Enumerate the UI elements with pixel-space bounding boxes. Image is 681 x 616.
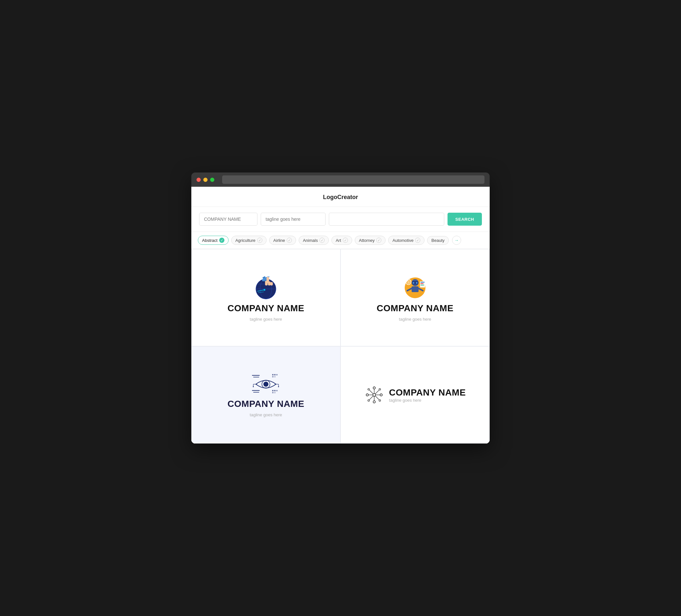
svg-point-28 xyxy=(408,281,409,283)
category-label: Attorney xyxy=(359,238,375,243)
search-bar: SEARCH xyxy=(191,207,490,232)
svg-rect-53 xyxy=(274,392,276,393)
svg-rect-36 xyxy=(272,376,273,377)
logo3-icon xyxy=(251,373,280,395)
category-bar: Abstract ✓ Agriculture ✓ Airline ✓ Anima… xyxy=(191,232,490,249)
svg-line-67 xyxy=(369,390,373,394)
logo3-company-name: COMPANY NAME xyxy=(228,399,304,409)
logo4-company-name: COMPANY NAME xyxy=(389,387,466,398)
svg-rect-35 xyxy=(276,374,278,375)
svg-line-69 xyxy=(369,396,373,400)
category-chip-agriculture[interactable]: Agriculture ✓ xyxy=(231,236,267,245)
svg-rect-12 xyxy=(270,282,273,285)
close-button[interactable] xyxy=(197,178,201,182)
category-label: Animals xyxy=(303,238,318,243)
logo-card-2-inner: COMPANY NAME tagline goes here xyxy=(377,274,454,322)
check-icon: ✓ xyxy=(257,238,262,243)
svg-rect-50 xyxy=(274,390,276,391)
logo-card-3-inner: COMPANY NAME tagline goes here xyxy=(228,373,304,417)
svg-point-59 xyxy=(368,388,369,390)
minimize-button[interactable] xyxy=(203,178,207,182)
logo4-text-group: COMPANY NAME tagline goes here xyxy=(389,387,466,403)
svg-rect-19 xyxy=(412,282,414,283)
app-title: LogoCreator xyxy=(323,194,358,200)
svg-rect-49 xyxy=(272,390,273,391)
svg-rect-37 xyxy=(274,376,276,377)
svg-rect-11 xyxy=(268,281,271,285)
svg-line-68 xyxy=(375,390,379,394)
category-chip-abstract[interactable]: Abstract ✓ xyxy=(198,236,229,245)
logo1-tagline: tagline goes here xyxy=(250,317,282,322)
svg-rect-21 xyxy=(411,286,418,292)
check-icon: ✓ xyxy=(219,238,224,243)
svg-rect-25 xyxy=(421,284,424,285)
browser-titlebar xyxy=(191,173,490,187)
svg-rect-33 xyxy=(272,374,273,375)
company-name-input[interactable] xyxy=(199,213,257,226)
svg-point-57 xyxy=(366,394,369,396)
category-chip-art[interactable]: Art ✓ xyxy=(331,236,352,245)
svg-point-43 xyxy=(253,386,254,387)
app-header: LogoCreator xyxy=(191,187,490,207)
address-bar xyxy=(222,175,484,184)
svg-rect-24 xyxy=(421,283,424,284)
svg-rect-23 xyxy=(421,282,425,283)
svg-rect-10 xyxy=(265,281,268,285)
logo-card-2[interactable]: COMPANY NAME tagline goes here xyxy=(340,249,490,346)
svg-point-61 xyxy=(368,400,369,401)
logo-card-4-inner: COMPANY NAME tagline goes here xyxy=(364,385,466,405)
search-button[interactable]: SEARCH xyxy=(448,213,482,226)
svg-line-70 xyxy=(375,396,379,400)
category-chip-animals[interactable]: Animals ✓ xyxy=(299,236,329,245)
keywords-input[interactable] xyxy=(329,213,444,226)
svg-point-15 xyxy=(263,289,265,290)
category-chip-automotive[interactable]: Automotive ✓ xyxy=(388,236,425,245)
svg-rect-52 xyxy=(272,392,273,393)
check-icon: ✓ xyxy=(320,238,325,243)
svg-point-62 xyxy=(379,400,380,401)
maximize-button[interactable] xyxy=(210,178,215,182)
browser-content: LogoCreator SEARCH Abstract ✓ Agricultur… xyxy=(191,187,490,443)
check-icon: ✓ xyxy=(287,238,292,243)
logo-card-4[interactable]: COMPANY NAME tagline goes here xyxy=(340,346,490,443)
logo-card-3[interactable]: COMPANY NAME tagline goes here xyxy=(191,346,340,443)
logo2-icon xyxy=(402,274,428,300)
check-icon: ✓ xyxy=(415,238,420,243)
svg-rect-34 xyxy=(274,374,276,375)
logo4-tagline: tagline goes here xyxy=(389,398,466,403)
next-categories-button[interactable]: → xyxy=(452,236,461,245)
category-label: Beauty xyxy=(431,238,444,243)
category-label: Automotive xyxy=(393,238,413,243)
category-label: Art xyxy=(336,238,341,243)
browser-window: LogoCreator SEARCH Abstract ✓ Agricultur… xyxy=(191,173,490,443)
check-icon: ✓ xyxy=(376,238,381,243)
tagline-input[interactable] xyxy=(261,213,326,226)
logo2-company-name: COMPANY NAME xyxy=(377,303,454,313)
svg-rect-20 xyxy=(416,282,418,283)
category-chip-airline[interactable]: Airline ✓ xyxy=(269,236,296,245)
logo-grid: COMPANY NAME tagline goes here xyxy=(191,249,490,443)
logo-card-1-inner: COMPANY NAME tagline goes here xyxy=(228,274,304,322)
svg-rect-51 xyxy=(276,390,278,391)
logo1-icon xyxy=(253,274,279,300)
svg-point-58 xyxy=(380,394,382,396)
category-label: Agriculture xyxy=(235,238,255,243)
logo2-tagline: tagline goes here xyxy=(399,317,431,322)
category-chip-beauty[interactable]: Beauty xyxy=(427,236,449,245)
category-chip-attorney[interactable]: Attorney ✓ xyxy=(355,236,385,245)
category-label: Abstract xyxy=(202,238,218,243)
check-icon: ✓ xyxy=(343,238,348,243)
logo-card-1[interactable]: COMPANY NAME tagline goes here xyxy=(191,249,340,346)
svg-point-46 xyxy=(278,386,279,387)
logo3-tagline: tagline goes here xyxy=(250,412,282,417)
svg-point-60 xyxy=(379,388,380,390)
svg-point-39 xyxy=(263,382,269,387)
logo4-icon xyxy=(364,385,384,405)
svg-point-56 xyxy=(373,401,375,403)
svg-point-55 xyxy=(373,387,375,389)
category-label: Airline xyxy=(273,238,285,243)
logo1-company-name: COMPANY NAME xyxy=(228,303,304,313)
